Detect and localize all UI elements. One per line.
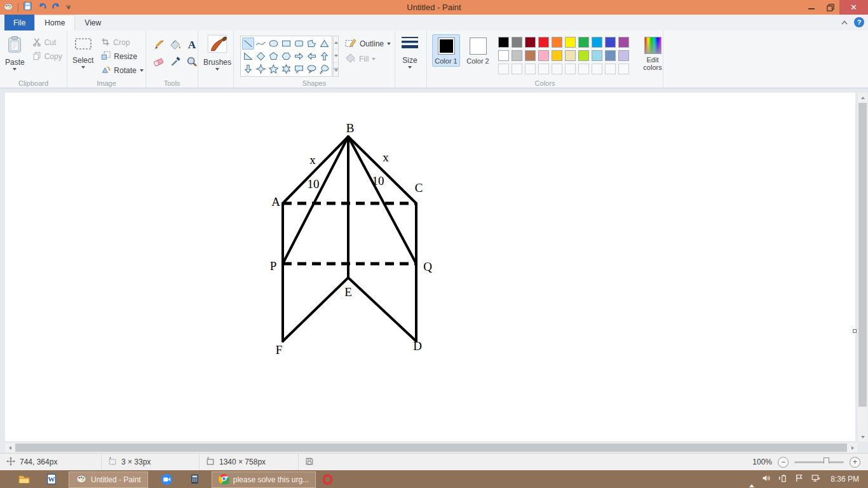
shape-ellipse[interactable] bbox=[268, 37, 280, 50]
scroll-right-arrow[interactable] bbox=[848, 443, 857, 452]
power-icon[interactable] bbox=[778, 473, 787, 485]
fill-button[interactable]: Fill bbox=[345, 53, 391, 65]
shape-polygon[interactable] bbox=[306, 37, 318, 50]
shape-star-5[interactable] bbox=[268, 63, 280, 75]
taskbar-task-chrome[interactable]: please solve this urg... bbox=[212, 471, 316, 488]
shape-curve[interactable] bbox=[255, 37, 267, 50]
shape-pentagon[interactable] bbox=[268, 50, 280, 62]
shapes-scroll-down-button[interactable] bbox=[334, 50, 338, 63]
palette-swatch[interactable] bbox=[538, 37, 549, 48]
palette-swatch-empty[interactable] bbox=[578, 64, 589, 74]
shape-arrow-down[interactable] bbox=[242, 63, 254, 75]
scroll-left-arrow[interactable] bbox=[5, 443, 15, 452]
cut-button[interactable]: Cut bbox=[29, 36, 66, 50]
palette-swatch[interactable] bbox=[578, 50, 589, 61]
shape-rounded-rectangle[interactable] bbox=[293, 37, 305, 50]
palette-swatch[interactable] bbox=[538, 50, 549, 61]
magnifier-tool-button[interactable] bbox=[184, 54, 200, 69]
palette-swatch[interactable] bbox=[618, 50, 629, 61]
taskbar-icon-opera[interactable] bbox=[322, 470, 333, 488]
palette-swatch[interactable] bbox=[592, 50, 602, 61]
palette-swatch[interactable] bbox=[512, 50, 522, 61]
palette-swatch-empty[interactable] bbox=[512, 64, 522, 74]
shape-arrow-left[interactable] bbox=[306, 50, 318, 62]
palette-swatch-empty[interactable] bbox=[538, 64, 549, 74]
palette-swatch[interactable] bbox=[618, 37, 629, 48]
resize-button[interactable]: Resize bbox=[97, 50, 147, 64]
shape-rectangle[interactable] bbox=[280, 37, 292, 50]
horizontal-scrollbar[interactable] bbox=[5, 443, 857, 452]
shape-star-6[interactable] bbox=[280, 63, 292, 75]
palette-swatch[interactable] bbox=[552, 37, 562, 48]
edit-colors-button[interactable]: Edit colors bbox=[637, 34, 668, 71]
tab-file[interactable]: File bbox=[4, 15, 34, 30]
palette-swatch[interactable] bbox=[605, 37, 616, 48]
taskbar-icon-zoom-app[interactable] bbox=[161, 470, 173, 488]
zoom-slider-thumb[interactable] bbox=[824, 458, 829, 467]
outline-button[interactable]: Outline bbox=[345, 37, 391, 50]
vertical-scroll-thumb[interactable] bbox=[858, 103, 867, 407]
palette-swatch-empty[interactable] bbox=[605, 64, 616, 74]
collapse-ribbon-button[interactable] bbox=[841, 17, 848, 28]
shape-callout-rounded[interactable] bbox=[293, 63, 305, 75]
shape-arrow-up[interactable] bbox=[318, 50, 330, 62]
palette-swatch[interactable] bbox=[552, 50, 562, 61]
size-button[interactable]: Size bbox=[397, 32, 423, 69]
minimize-button[interactable] bbox=[803, 0, 821, 15]
scroll-down-arrow[interactable] bbox=[858, 432, 867, 442]
palette-swatch[interactable] bbox=[592, 37, 602, 48]
shape-triangle[interactable] bbox=[318, 37, 330, 50]
palette-swatch[interactable] bbox=[605, 50, 616, 61]
palette-swatch[interactable] bbox=[525, 37, 536, 48]
paste-button[interactable]: Paste bbox=[1, 32, 29, 71]
eraser-tool-button[interactable] bbox=[151, 54, 166, 69]
palette-swatch-empty[interactable] bbox=[552, 64, 562, 74]
shapes-more-button[interactable] bbox=[334, 63, 338, 76]
taskbar-icon-word[interactable]: W bbox=[46, 470, 57, 488]
color-picker-tool-button[interactable] bbox=[168, 54, 183, 69]
action-center-icon[interactable] bbox=[794, 473, 804, 485]
shape-star-4[interactable] bbox=[255, 63, 267, 75]
brushes-button[interactable]: Brushes bbox=[200, 32, 235, 71]
palette-swatch[interactable] bbox=[512, 37, 522, 48]
palette-swatch-empty[interactable] bbox=[618, 64, 629, 74]
restore-button[interactable] bbox=[821, 0, 839, 15]
taskbar-icon-file-explorer[interactable] bbox=[18, 470, 31, 488]
palette-swatch[interactable] bbox=[498, 50, 509, 61]
palette-swatch-empty[interactable] bbox=[592, 64, 602, 74]
shape-right-triangle[interactable] bbox=[242, 50, 254, 62]
taskbar-icon-calculator[interactable] bbox=[189, 470, 200, 488]
canvas-resize-handle[interactable] bbox=[853, 329, 857, 333]
zoom-slider[interactable] bbox=[794, 461, 844, 463]
shape-line[interactable] bbox=[242, 37, 254, 50]
tab-view[interactable]: View bbox=[75, 15, 111, 30]
text-tool-button[interactable]: A bbox=[184, 37, 200, 53]
palette-swatch[interactable] bbox=[578, 37, 589, 48]
taskbar-task-paint[interactable]: Untitled - Paint bbox=[69, 471, 148, 488]
rotate-button[interactable]: Rotate bbox=[97, 64, 147, 78]
scroll-up-arrow[interactable] bbox=[858, 93, 867, 102]
tab-home[interactable]: Home bbox=[34, 15, 75, 30]
zoom-out-button[interactable]: − bbox=[778, 457, 789, 468]
shape-arrow-right[interactable] bbox=[293, 50, 305, 62]
copy-button[interactable]: Copy bbox=[29, 50, 66, 64]
close-button[interactable]: ✕ bbox=[839, 0, 868, 15]
color1-button[interactable]: Color 1 bbox=[432, 34, 460, 67]
pencil-tool-button[interactable] bbox=[151, 37, 166, 53]
shape-diamond[interactable] bbox=[255, 50, 267, 62]
vertical-scrollbar[interactable] bbox=[858, 93, 867, 442]
horizontal-scroll-thumb[interactable] bbox=[15, 444, 847, 452]
palette-swatch[interactable] bbox=[565, 50, 576, 61]
crop-button[interactable]: Crop bbox=[97, 36, 147, 50]
palette-swatch[interactable] bbox=[565, 37, 576, 48]
palette-swatch[interactable] bbox=[525, 50, 536, 61]
help-icon[interactable]: ? bbox=[854, 17, 864, 27]
palette-swatch-empty[interactable] bbox=[525, 64, 536, 74]
shape-callout-cloud[interactable] bbox=[318, 63, 330, 75]
palette-swatch-empty[interactable] bbox=[565, 64, 576, 74]
paint-canvas[interactable]: Bxx1010ACPQEFD bbox=[5, 93, 855, 441]
shape-hexagon[interactable] bbox=[280, 50, 292, 62]
fill-tool-button[interactable] bbox=[168, 37, 183, 53]
shapes-scroll-up-button[interactable] bbox=[334, 36, 338, 50]
shape-callout-oval[interactable] bbox=[306, 63, 318, 75]
